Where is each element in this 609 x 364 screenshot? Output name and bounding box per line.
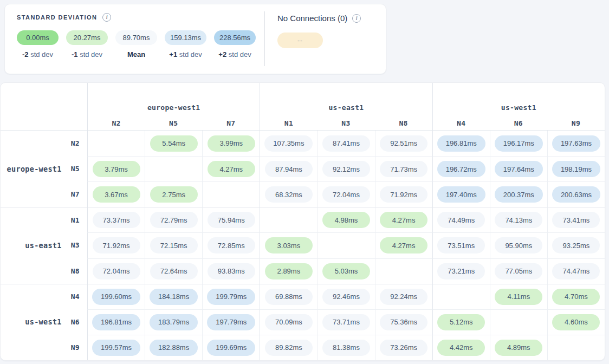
- legend-pill-minus2: 0.00ms: [17, 30, 59, 45]
- row-label-N7: N7: [1, 181, 87, 207]
- latency-cell-N8-col0: 72.04ms: [87, 258, 145, 284]
- latency-pill: 4.89ms: [495, 340, 542, 356]
- latency-cell-N5-col7: 197.64ms: [490, 156, 547, 181]
- row-region-label-us-east1: us-east1: [25, 241, 61, 250]
- latency-pill: 71.73ms: [380, 161, 427, 177]
- latency-cell-N9-col6: 4.42ms: [432, 335, 490, 360]
- latency-pill: 74.13ms: [495, 212, 542, 228]
- latency-cell-N1-col2: 75.94ms: [202, 207, 260, 232]
- latency-cell-N2-col1: 5.54ms: [145, 131, 202, 156]
- latency-cell-N6-col1: 183.79ms: [145, 309, 202, 335]
- latency-cell-N7-col3: 68.32ms: [260, 181, 317, 207]
- latency-cell-N5-col5: 71.73ms: [375, 156, 432, 181]
- legend-pill-minus1: 20.27ms: [66, 30, 108, 45]
- latency-cell-N3-col7: 95.90ms: [490, 232, 547, 258]
- legend-divider: [264, 11, 265, 66]
- latency-cell-N4-col2: 199.79ms: [202, 284, 260, 309]
- latency-pill: 4.27ms: [380, 212, 427, 228]
- no-connections-pill: --: [277, 32, 323, 48]
- latency-pill: 92.51ms: [380, 135, 427, 152]
- latency-pill: 3.99ms: [208, 135, 255, 152]
- latency-cell-N6-col7: [490, 309, 547, 335]
- latency-pill: 199.60ms: [92, 289, 140, 305]
- latency-pill: 73.37ms: [93, 212, 140, 228]
- legend-label-plus1: +1 std dev: [165, 50, 206, 58]
- row-node-label-N2: N2: [71, 139, 80, 147]
- latency-cell-N8-col5: [375, 258, 432, 284]
- latency-cell-N3-col0: 71.92ms: [87, 232, 145, 258]
- latency-cell-N6-col8: 4.60ms: [547, 309, 605, 335]
- row-region-label-europe-west1: europe-west1: [7, 165, 62, 173]
- latency-pill: 92.46ms: [322, 289, 370, 305]
- legend-card: STANDARD DEVIATION i 0.00ms 20.27ms 89.7…: [4, 4, 386, 74]
- latency-cell-N3-col4: [317, 232, 374, 258]
- legend-label-plus2: +2 std dev: [214, 50, 256, 58]
- latency-cell-N6-col0: 196.81ms: [87, 309, 145, 335]
- latency-pill: 196.81ms: [437, 135, 485, 152]
- latency-cell-N4-col8: 4.70ms: [547, 284, 605, 309]
- latency-cell-N2-col6: 196.81ms: [432, 131, 490, 156]
- latency-pill: 73.71ms: [322, 314, 370, 330]
- latency-cell-N3-col2: 72.85ms: [202, 232, 260, 258]
- latency-cell-N9-col8: [547, 335, 605, 360]
- latency-pill: 2.89ms: [265, 263, 313, 280]
- latency-pill: 199.79ms: [207, 289, 255, 305]
- latency-cell-N5-col8: 198.19ms: [547, 156, 605, 181]
- latency-cell-N8-col7: 77.05ms: [490, 258, 547, 284]
- latency-cell-N8-col4: 5.03ms: [317, 258, 374, 284]
- latency-cell-N4-col0: 199.60ms: [87, 284, 145, 309]
- std-dev-info-icon[interactable]: i: [102, 13, 111, 22]
- no-connections-info-icon[interactable]: i: [352, 14, 361, 23]
- latency-pill: 73.21ms: [437, 263, 485, 280]
- column-node-header-N3: N3: [317, 116, 374, 131]
- no-connections-label: No Connections (0): [277, 14, 347, 23]
- latency-cell-N7-col1: 2.75ms: [145, 181, 202, 207]
- latency-cell-N5-col0: 3.79ms: [87, 156, 145, 181]
- latency-pill: 183.79ms: [150, 314, 198, 330]
- latency-pill: 92.12ms: [322, 161, 370, 177]
- latency-pill: 4.70ms: [552, 289, 600, 305]
- latency-cell-N8-col1: 72.64ms: [145, 258, 202, 284]
- column-node-header-N6: N6: [490, 116, 547, 131]
- latency-pill: 87.94ms: [265, 161, 313, 177]
- latency-cell-N9-col4: 81.38ms: [317, 335, 374, 360]
- latency-cell-N2-col3: 107.35ms: [260, 131, 317, 156]
- latency-cell-N6-col3: 70.09ms: [260, 309, 317, 335]
- legend-pill-plus1: 159.13ms: [165, 30, 206, 45]
- latency-pill: 4.42ms: [437, 340, 485, 356]
- latency-pill: 107.35ms: [264, 135, 313, 152]
- latency-cell-N8-col3: 2.89ms: [260, 258, 317, 284]
- latency-cell-N4-col1: 184.18ms: [145, 284, 202, 309]
- column-node-header-N9: N9: [547, 116, 605, 131]
- latency-pill: 73.51ms: [437, 237, 485, 253]
- latency-cell-N2-col8: 197.63ms: [547, 131, 605, 156]
- latency-cell-N4-col3: 69.88ms: [260, 284, 317, 309]
- row-node-label-N1: N1: [71, 216, 80, 224]
- latency-cell-N5-col1: [145, 156, 202, 181]
- latency-pill: 5.54ms: [150, 135, 198, 152]
- column-region-header-us-west1: us-west1: [432, 83, 605, 116]
- latency-pill: 184.18ms: [150, 289, 198, 305]
- legend-title-row: STANDARD DEVIATION i: [17, 13, 111, 22]
- latency-cell-N1-col7: 74.13ms: [490, 207, 547, 232]
- matrix-header-spacer: [1, 116, 87, 131]
- latency-pill: 196.17ms: [495, 135, 543, 152]
- row-node-label-N7: N7: [71, 190, 80, 198]
- latency-pill: 4.60ms: [552, 314, 600, 330]
- latency-cell-N1-col3: [260, 207, 317, 232]
- matrix-corner: [1, 83, 87, 116]
- latency-pill: 200.63ms: [552, 186, 600, 203]
- row-node-label-N9: N9: [71, 343, 80, 352]
- latency-cell-N4-col5: 92.24ms: [375, 284, 432, 309]
- latency-pill: 197.79ms: [207, 314, 255, 330]
- latency-cell-N7-col6: 197.40ms: [432, 181, 490, 207]
- latency-cell-N6-col5: 75.36ms: [375, 309, 432, 335]
- latency-pill: 71.92ms: [93, 237, 140, 253]
- no-connections-title-row: No Connections (0) i: [277, 14, 361, 23]
- latency-cell-N1-col6: 74.49ms: [432, 207, 490, 232]
- latency-pill: 3.67ms: [93, 186, 140, 203]
- latency-pill: 199.57ms: [92, 340, 140, 356]
- latency-pill: 68.32ms: [265, 186, 313, 203]
- row-node-label-N4: N4: [71, 292, 80, 301]
- latency-cell-N7-col2: [202, 181, 260, 207]
